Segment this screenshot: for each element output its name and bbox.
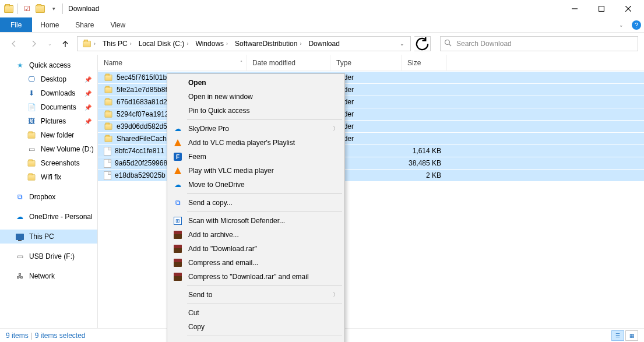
sidebar-item-icon: 🖵 — [27, 75, 36, 84]
menu-item[interactable]: Create shortcut — [168, 338, 343, 342]
menu-item[interactable]: Send to〉 — [168, 288, 343, 302]
nav-back-button[interactable] — [6, 36, 22, 52]
qat-newfolder-icon[interactable] — [34, 2, 47, 15]
qat-dropdown-icon[interactable]: ▾ — [47, 2, 60, 15]
menu-item[interactable]: Compress to "Download.rar" and email — [168, 270, 343, 284]
sidebar-dropbox[interactable]: ⧉ Dropbox — [0, 190, 97, 204]
menu-item[interactable]: Add to "Download.rar" — [168, 242, 343, 256]
sidebar-item-label: Documents — [41, 103, 76, 111]
breadcrumb-root-icon[interactable]: › — [80, 40, 99, 48]
sidebar-item-icon — [27, 158, 36, 168]
menu-item[interactable]: Play with VLC media player — [168, 164, 343, 178]
menu-item-label: Pin to Quick access — [188, 107, 249, 115]
menu-item[interactable]: FFeem — [168, 150, 343, 164]
tab-view[interactable]: View — [102, 17, 133, 32]
menu-item-label: Compress and email... — [188, 259, 258, 267]
view-large-icons-button[interactable]: ▦ — [625, 330, 638, 341]
menu-item[interactable]: Compress and email... — [168, 256, 343, 270]
sidebar-item[interactable]: Wifi fix — [0, 170, 97, 184]
submenu-arrow-icon: 〉 — [333, 291, 339, 299]
menu-item-label: Send to — [188, 291, 212, 299]
sidebar-item-icon: 📄 — [27, 103, 36, 112]
menu-item[interactable]: Add to VLC media player's Playlist — [168, 136, 343, 150]
address-dropdown-icon[interactable]: ⌄ — [396, 41, 408, 47]
breadcrumb-segment[interactable]: SoftwareDistribution› — [233, 40, 305, 48]
menu-item[interactable]: ⧉Send a copy... — [168, 196, 343, 210]
sidebar-item-label: New Volume (D:) — [41, 145, 94, 153]
column-type[interactable]: Type — [330, 55, 402, 70]
breadcrumb-segment[interactable]: Local Disk (C:)› — [136, 40, 192, 48]
sidebar-onedrive[interactable]: ☁ OneDrive - Personal — [0, 210, 97, 224]
sidebar-item[interactable]: 🖵Desktop📌 — [0, 72, 97, 86]
pc-icon — [15, 232, 24, 241]
menu-item[interactable]: Open in new window — [168, 90, 343, 104]
menu-item[interactable]: Open — [168, 76, 343, 90]
window-title: Download — [68, 5, 99, 13]
sidebar-item-label: Screenshots — [41, 159, 80, 167]
file-size: 2 KB — [402, 171, 447, 179]
menu-item[interactable]: Add to archive... — [168, 228, 343, 242]
sidebar-item[interactable]: ⬇Downloads📌 — [0, 86, 97, 100]
column-name[interactable]: Name˄ — [98, 55, 247, 70]
sidebar-this-pc[interactable]: This PC — [0, 230, 97, 244]
sidebar-item[interactable]: ▭New Volume (D:) — [0, 142, 97, 156]
menu-item[interactable]: ⊞Scan with Microsoft Defender... — [168, 214, 343, 228]
sidebar-item-label: Pictures — [41, 117, 66, 125]
pin-icon: 📌 — [85, 104, 92, 111]
column-headers: Name˄ Date modified Type Size — [98, 55, 644, 71]
ribbon-expand-icon[interactable]: ⌄ — [614, 17, 629, 32]
breadcrumb-segment[interactable]: Download — [306, 40, 342, 48]
menu-separator — [187, 193, 342, 194]
help-icon[interactable]: ? — [629, 17, 644, 32]
close-button[interactable] — [615, 0, 642, 17]
defender-icon: ⊞ — [172, 215, 184, 227]
sidebar-item[interactable]: 📄Documents📌 — [0, 100, 97, 114]
address-bar[interactable]: › This PC› Local Disk (C:)› Windows› Sof… — [77, 36, 411, 51]
nav-up-button[interactable] — [57, 36, 73, 52]
menu-item[interactable]: Copy — [168, 320, 343, 334]
search-icon — [444, 39, 452, 48]
menu-item-label: SkyDrive Pro — [188, 125, 229, 133]
file-name: e39d06dd582d5 — [117, 122, 167, 131]
menu-item[interactable]: ☁Move to OneDrive — [168, 178, 343, 192]
minimize-button[interactable] — [561, 0, 588, 17]
menu-item-label: Add to archive... — [188, 231, 239, 239]
menu-item-label: Scan with Microsoft Defender... — [188, 217, 285, 225]
network-icon: 🖧 — [15, 272, 24, 281]
menu-item[interactable]: Pin to Quick access — [168, 104, 343, 118]
column-size[interactable]: Size — [402, 55, 447, 70]
sidebar-usb-drive[interactable]: ▭ USB Drive (F:) — [0, 249, 97, 263]
breadcrumb-segment[interactable]: Windows› — [193, 40, 231, 48]
tab-home[interactable]: Home — [32, 17, 67, 32]
maximize-button[interactable] — [588, 0, 615, 17]
svg-line-6 — [449, 44, 451, 46]
sidebar-item[interactable]: 🖼Pictures📌 — [0, 114, 97, 128]
breadcrumb-segment[interactable]: This PC› — [100, 40, 135, 48]
nav-forward-button[interactable] — [26, 36, 42, 52]
tab-file[interactable]: File — [0, 17, 32, 32]
menu-item[interactable]: ☁SkyDrive Pro〉 — [168, 122, 343, 136]
rar-icon — [172, 243, 184, 255]
search-box[interactable]: Search Download — [440, 36, 638, 51]
file-name: 5fe2a1e7d85b8f — [117, 86, 167, 94]
file-icon — [104, 159, 111, 168]
sidebar-item[interactable]: Screenshots — [0, 156, 97, 170]
menu-item-label: Open in new window — [188, 93, 253, 101]
qat-properties-icon[interactable]: ☑ — [20, 2, 33, 15]
rar-icon — [172, 271, 184, 283]
sidebar-quick-access[interactable]: ★ Quick access — [0, 58, 97, 72]
menu-item[interactable]: Cut — [168, 306, 343, 320]
view-details-button[interactable]: ☰ — [611, 330, 624, 341]
refresh-button[interactable] — [414, 36, 431, 51]
folder-icon — [104, 98, 113, 106]
nav-recent-dropdown[interactable]: ⌄ — [45, 36, 54, 52]
file-icon — [104, 147, 111, 156]
column-date[interactable]: Date modified — [247, 55, 330, 70]
tab-share[interactable]: Share — [67, 17, 102, 32]
menu-separator — [187, 304, 342, 304]
file-name: 8bfc74cc1fe811 — [115, 147, 164, 155]
address-bar-row: ⌄ › This PC› Local Disk (C:)› Windows› S… — [0, 33, 644, 55]
sidebar-item[interactable]: New folder — [0, 128, 97, 142]
rar-icon — [172, 257, 184, 269]
sidebar-network[interactable]: 🖧 Network — [0, 269, 97, 283]
